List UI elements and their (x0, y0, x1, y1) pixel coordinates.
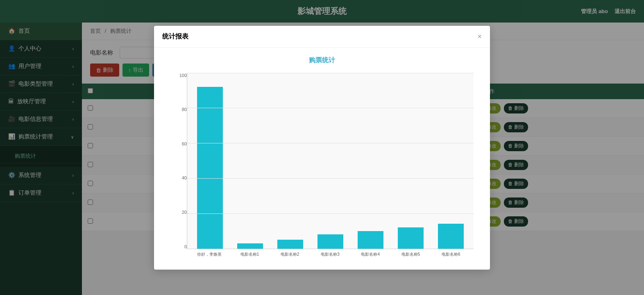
bar-group-1 (231, 73, 268, 249)
bar-group-2 (272, 73, 308, 249)
grid-line-80 (187, 108, 474, 108)
bar-group-3 (312, 73, 349, 249)
bar-4 (358, 231, 383, 249)
bar-3 (317, 234, 343, 248)
modal-header: 统计报表 × (154, 26, 490, 48)
bar-group-0 (191, 73, 228, 249)
bar-group-5 (392, 73, 429, 249)
x-label-6: 电影名称6 (433, 250, 469, 257)
chart-wrapper: 0 20 40 60 80 100 (162, 73, 482, 261)
x-label-2: 电影名称2 (272, 250, 308, 257)
bar-6 (438, 224, 464, 248)
grid-line-40 (187, 178, 474, 179)
x-axis-labels: 你好，李焕英电影名称1电影名称2电影名称3电影名称4电影名称5电影名称6 (187, 250, 474, 261)
y-axis: 0 20 40 60 80 100 (170, 73, 187, 249)
chart-plot-area (187, 73, 474, 249)
y-tick-0: 0 (170, 244, 187, 249)
x-label-4: 电影名称4 (352, 250, 389, 257)
bar-group-4 (352, 73, 389, 249)
x-label-0: 你好，李焕英 (191, 250, 228, 257)
modal-body: 购票统计 0 20 40 60 80 100 (154, 48, 490, 270)
modal-overlay[interactable]: 统计报表 × 购票统计 0 20 40 60 80 100 (0, 0, 644, 295)
x-label-3: 电影名称3 (312, 250, 349, 257)
grid-line-20 (187, 213, 474, 214)
grid-line-60 (187, 143, 474, 143)
bar-2 (277, 240, 303, 248)
bar-group-6 (433, 73, 469, 249)
modal: 统计报表 × 购票统计 0 20 40 60 80 100 (154, 26, 490, 270)
y-tick-20: 20 (170, 210, 187, 215)
y-tick-80: 80 (170, 107, 187, 112)
x-label-1: 电影名称1 (231, 250, 268, 257)
modal-close-button[interactable]: × (477, 33, 482, 40)
y-tick-40: 40 (170, 175, 187, 180)
bar-0 (197, 87, 223, 249)
grid-line-100 (187, 73, 474, 73)
modal-title: 统计报表 (162, 32, 188, 41)
y-tick-100: 100 (170, 73, 187, 78)
bars-container (187, 73, 474, 249)
chart-title: 购票统计 (162, 56, 482, 65)
x-label-5: 电影名称5 (392, 250, 429, 257)
y-tick-60: 60 (170, 141, 187, 146)
bar-5 (398, 227, 424, 248)
bar-1 (237, 243, 263, 249)
